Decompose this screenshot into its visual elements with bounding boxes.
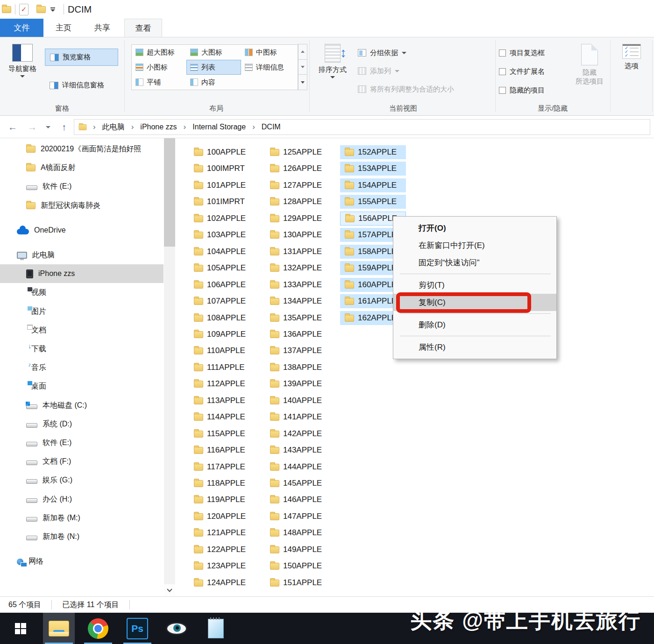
file-item[interactable]: 123APPLE — [189, 559, 260, 573]
gallery-more-button[interactable] — [298, 74, 307, 90]
file-item[interactable]: 138APPLE — [265, 361, 336, 375]
file-item[interactable]: 154APPLE — [340, 178, 406, 192]
layout-option-g-list[interactable]: 列表 — [186, 60, 241, 75]
checkbox-row-2[interactable]: 隐藏的项目 — [499, 83, 545, 97]
navigation-pane-button[interactable]: 导航窗格 — [4, 44, 41, 78]
taskbar-notepad-button[interactable] — [200, 613, 232, 644]
layout-option-g-lg[interactable]: 大图标 — [186, 45, 241, 60]
file-item[interactable]: 114APPLE — [189, 410, 260, 424]
breadcrumb-item[interactable]: DCIM — [261, 123, 282, 131]
folder-icon[interactable] — [36, 6, 46, 13]
tab-file[interactable]: 文件 — [0, 19, 43, 37]
menu-item[interactable]: 属性(R) — [393, 339, 556, 356]
menu-item[interactable]: 在新窗口中打开(E) — [393, 237, 556, 254]
file-item[interactable]: 149APPLE — [265, 543, 336, 557]
file-item[interactable]: 134APPLE — [265, 294, 336, 308]
sidebar-item[interactable]: 新加卷 (M:) — [0, 509, 164, 527]
file-item[interactable]: 144APPLE — [265, 460, 336, 474]
sidebar-scrollbar[interactable] — [164, 138, 175, 596]
checkbox-icon[interactable] — [499, 68, 506, 75]
sidebar-item[interactable]: OneDrive — [0, 221, 164, 240]
file-item[interactable]: 137APPLE — [265, 344, 336, 358]
file-item[interactable]: 145APPLE — [265, 476, 336, 490]
file-item[interactable]: 151APPLE — [265, 576, 336, 590]
menu-item[interactable]: 固定到“快速访问” — [393, 254, 556, 271]
file-item[interactable]: 139APPLE — [265, 377, 336, 391]
sidebar-item[interactable]: A镜面反射 — [0, 158, 164, 177]
folder-icon[interactable] — [2, 6, 11, 13]
checkbox-icon[interactable] — [499, 50, 506, 57]
file-item[interactable]: 142APPLE — [265, 427, 336, 441]
sidebar-item[interactable]: 桌面 — [0, 377, 164, 396]
breadcrumb-item[interactable]: 此电脑 — [101, 122, 126, 132]
file-item[interactable]: 146APPLE — [265, 493, 336, 507]
sidebar-item[interactable]: 此电脑 — [0, 246, 164, 264]
gallery-scrollbar[interactable] — [298, 44, 307, 90]
sidebar-item[interactable]: 系统 (D:) — [0, 415, 164, 433]
file-item[interactable]: 107APPLE — [189, 294, 260, 308]
preview-pane-button[interactable]: 预览窗格 — [45, 49, 118, 66]
file-item[interactable]: 122APPLE — [189, 543, 260, 557]
file-item[interactable]: 109APPLE — [189, 327, 260, 341]
file-item[interactable]: 152APPLE — [340, 145, 406, 159]
file-item[interactable]: 130APPLE — [265, 228, 336, 242]
layout-option-g-tile[interactable]: 平铺 — [132, 75, 186, 90]
file-item[interactable]: 104APPLE — [189, 245, 260, 259]
file-item[interactable]: 147APPLE — [265, 510, 336, 524]
file-item[interactable]: 101APPLE — [189, 178, 260, 192]
tab-view[interactable]: 查看 — [124, 19, 162, 37]
sort-by-button[interactable]: 排序方式 — [315, 44, 350, 78]
menu-item[interactable]: 复制(C) — [393, 294, 556, 311]
file-item[interactable]: 141APPLE — [265, 410, 336, 424]
size-all-columns-button[interactable]: 将所有列调整为合适的大小 — [358, 82, 454, 96]
tab-share[interactable]: 共享 — [85, 19, 119, 37]
file-item[interactable]: 118APPLE — [189, 476, 260, 490]
group-by-button[interactable]: 分组依据 — [358, 46, 406, 60]
file-item[interactable]: 140APPLE — [265, 394, 336, 408]
file-item[interactable]: 100IMPRT — [189, 162, 260, 176]
taskbar-image-viewer-button[interactable] — [161, 613, 192, 644]
file-item[interactable]: 102APPLE — [189, 212, 260, 226]
file-item[interactable]: 110APPLE — [189, 344, 260, 358]
taskbar-photoshop-button[interactable]: Ps — [121, 613, 153, 644]
file-item[interactable]: 133APPLE — [265, 278, 336, 292]
sidebar-item[interactable]: 音乐 — [0, 358, 164, 377]
file-item[interactable]: 143APPLE — [265, 443, 336, 457]
file-item[interactable]: 150APPLE — [265, 559, 336, 573]
file-item[interactable]: 108APPLE — [189, 311, 260, 325]
add-columns-button[interactable]: 添加列 — [358, 64, 399, 78]
file-item[interactable]: 117APPLE — [189, 460, 260, 474]
file-item[interactable]: 115APPLE — [189, 427, 260, 441]
file-item[interactable]: 148APPLE — [265, 526, 336, 540]
options-button[interactable]: ✓ ✓ ✓ 选项 — [615, 44, 648, 71]
file-item[interactable]: 132APPLE — [265, 261, 336, 275]
checkbox-row-1[interactable]: 文件扩展名 — [499, 64, 545, 78]
sidebar-item[interactable]: 文档 (F:) — [0, 452, 164, 471]
taskbar-file-explorer-button[interactable] — [43, 613, 75, 644]
sidebar-item[interactable]: 新加卷 (N:) — [0, 527, 164, 546]
file-item[interactable]: 136APPLE — [265, 327, 336, 341]
hide-selected-items-button[interactable]: 隐藏 所选项目 — [569, 44, 610, 85]
layout-option-g-md[interactable]: 中图标 — [241, 45, 296, 60]
file-item[interactable]: 127APPLE — [265, 178, 336, 192]
taskbar-chrome-button[interactable] — [82, 613, 114, 644]
file-item[interactable]: 128APPLE — [265, 195, 336, 209]
tab-home[interactable]: 主页 — [47, 19, 80, 37]
file-item[interactable]: 105APPLE — [189, 261, 260, 275]
menu-item[interactable]: 打开(O) — [393, 219, 556, 237]
history-dropdown-button[interactable] — [43, 120, 53, 134]
sidebar-item[interactable]: 图片 — [0, 302, 164, 321]
file-item[interactable]: 101IMPRT — [189, 195, 260, 209]
forward-button[interactable]: → — [25, 120, 39, 134]
file-item[interactable]: 113APPLE — [189, 394, 260, 408]
file-item[interactable]: 112APPLE — [189, 377, 260, 391]
sidebar-item[interactable]: 软件 (E:) — [0, 177, 164, 196]
file-item[interactable]: 120APPLE — [189, 510, 260, 524]
address-bar[interactable]: ›此电脑›iPhone zzs›Internal Storage›DCIM — [74, 119, 650, 135]
file-item[interactable]: 119APPLE — [189, 493, 260, 507]
sidebar-item[interactable]: 新型冠状病毒肺炎 — [0, 196, 164, 215]
sidebar-item[interactable]: 软件 (E:) — [0, 433, 164, 452]
menu-item[interactable]: 剪切(T) — [393, 276, 556, 294]
file-item[interactable]: 121APPLE — [189, 526, 260, 540]
breadcrumb-item[interactable]: Internal Storage — [192, 123, 247, 131]
